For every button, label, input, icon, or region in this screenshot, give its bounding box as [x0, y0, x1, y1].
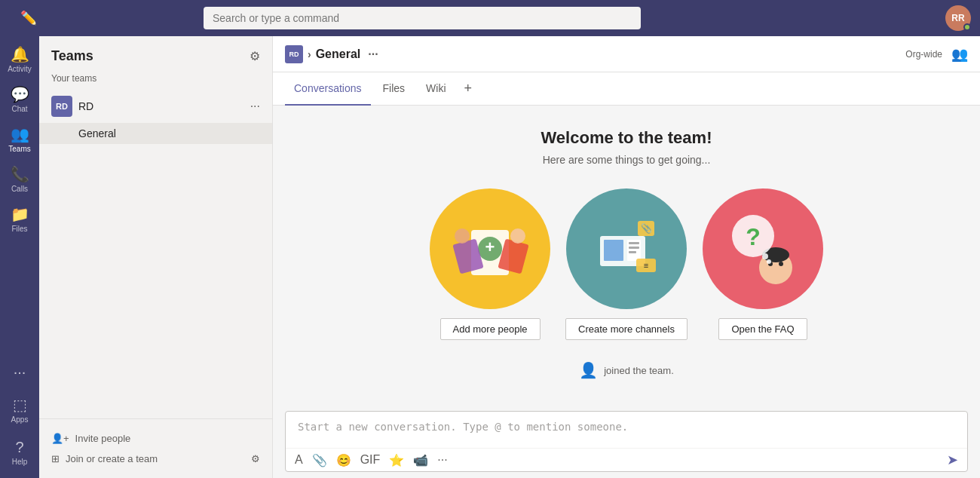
svg-text:+: +: [485, 237, 495, 256]
add-people-illustration: +: [430, 188, 550, 309]
activity-row: 👤 joined the team.: [567, 355, 686, 385]
search-bar[interactable]: [204, 7, 641, 29]
message-toolbar: A 📎 😊 GIF ⭐ 📹 ··· ➤: [286, 448, 967, 471]
open-faq-illustration: ?: [703, 188, 823, 309]
attach-icon[interactable]: 📎: [312, 453, 327, 467]
invite-people-item[interactable]: 👤+ Invite people: [51, 428, 260, 449]
message-input[interactable]: [286, 412, 967, 445]
svg-text:?: ?: [746, 223, 761, 250]
channel-item-general[interactable]: General: [39, 123, 272, 144]
join-create-team-item[interactable]: ⊞ Join or create a team ⚙: [51, 449, 260, 469]
tab-conversations[interactable]: Conversations: [285, 72, 371, 106]
left-nav-bottom: ··· ⬚ Apps ? Help: [0, 357, 39, 478]
sidebar-item-calls[interactable]: 📞 Calls: [0, 159, 39, 199]
topbar-right: RR: [945, 5, 971, 31]
svg-point-23: [762, 253, 768, 259]
svg-point-4: [455, 228, 470, 244]
breadcrumb-channel-name: General: [316, 47, 361, 61]
sidebar-item-activity[interactable]: 🔔 Activity: [0, 39, 39, 79]
sidebar-item-apps[interactable]: ⬚ Apps: [0, 390, 39, 430]
emoji-icon[interactable]: 😊: [336, 453, 351, 467]
sidebar-item-more[interactable]: ···: [0, 357, 39, 387]
help-icon: ?: [15, 439, 23, 456]
main-content: RD › General ··· Org-wide 👥 Conversation…: [273, 36, 980, 478]
create-channels-illustration: 📎 ≡: [566, 188, 687, 309]
svg-text:📎: 📎: [641, 222, 652, 234]
avatar[interactable]: RR: [945, 5, 971, 31]
left-nav: 🔔 Activity 💬 Chat 👥 Teams 📞 Calls 📁 File…: [0, 36, 39, 478]
sidebar: Teams ⚙ Your teams RD RD ··· General 👤+ …: [39, 36, 273, 478]
channel-options-icon[interactable]: ···: [368, 47, 378, 61]
sidebar-header: Teams ⚙: [39, 36, 272, 70]
activity-icon: 🔔: [11, 45, 29, 63]
add-more-people-button[interactable]: Add more people: [440, 318, 541, 340]
open-faq-button[interactable]: Open the FAQ: [718, 318, 807, 340]
apps-icon: ⬚: [13, 396, 27, 414]
compose-icon[interactable]: ✏️: [20, 10, 37, 26]
svg-point-24: [767, 259, 771, 264]
tab-wiki[interactable]: Wiki: [417, 72, 455, 106]
search-input[interactable]: [204, 7, 641, 29]
more-icon: ···: [14, 363, 26, 381]
card-create-channels: 📎 ≡ Create more channels: [565, 188, 688, 340]
create-more-channels-button[interactable]: Create more channels: [565, 318, 688, 340]
sidebar-bottom: 👤+ Invite people ⊞ Join or create a team…: [39, 418, 272, 478]
invite-people-icon: 👤+: [51, 433, 69, 444]
settings-icon[interactable]: ⚙: [251, 453, 260, 464]
teams-icon: 👥: [11, 125, 29, 143]
giphy-icon[interactable]: GIF: [360, 453, 381, 467]
breadcrumb-chevron-icon: ›: [308, 48, 311, 60]
team-item-rd[interactable]: RD RD ···: [39, 90, 272, 123]
svg-rect-10: [629, 242, 639, 244]
joined-team-text: joined the team.: [604, 365, 674, 376]
your-teams-label: Your teams: [39, 70, 272, 90]
team-name-rd: RD: [78, 100, 244, 112]
send-button[interactable]: ➤: [947, 452, 958, 468]
org-wide-label: Org-wide: [905, 49, 942, 60]
welcome-area: Welcome to the team! Here are some thing…: [273, 106, 980, 405]
more-options-icon[interactable]: ···: [437, 453, 447, 467]
svg-point-20: [779, 262, 783, 266]
chat-icon: 💬: [11, 85, 29, 103]
tab-files[interactable]: Files: [374, 72, 415, 106]
sidebar-item-teams[interactable]: 👥 Teams: [0, 119, 39, 159]
joined-team-icon: 👤: [579, 361, 598, 379]
sidebar-item-files[interactable]: 📁 Files: [0, 199, 39, 239]
breadcrumb-team-avatar: RD: [285, 45, 303, 63]
meet-icon[interactable]: 📹: [413, 453, 428, 467]
join-create-icon: ⊞: [51, 453, 60, 464]
svg-rect-11: [629, 247, 639, 249]
calls-icon: 📞: [11, 165, 29, 183]
svg-rect-8: [604, 240, 623, 261]
topbar: ✏️ RR: [0, 0, 980, 36]
welcome-title: Welcome to the team!: [541, 128, 712, 148]
format-icon[interactable]: A: [295, 453, 303, 467]
card-add-people: + Add more people: [430, 188, 550, 340]
svg-rect-12: [629, 251, 636, 253]
praise-icon[interactable]: ⭐: [389, 453, 404, 467]
main-area: 🔔 Activity 💬 Chat 👥 Teams 📞 Calls 📁 File…: [0, 36, 980, 478]
sidebar-item-chat[interactable]: 💬 Chat: [0, 79, 39, 119]
card-open-faq: ? Open the FAQ: [703, 188, 823, 340]
filter-icon[interactable]: ⚙: [250, 49, 260, 63]
svg-text:≡: ≡: [644, 261, 648, 270]
channel-breadcrumb: RD › General ···: [285, 45, 905, 63]
welcome-subtitle: Here are some things to get going...: [543, 154, 711, 166]
sidebar-item-help[interactable]: ? Help: [0, 433, 39, 472]
cards-row: + Add more people: [430, 188, 823, 340]
topbar-left: ✏️: [9, 10, 48, 26]
svg-point-6: [510, 228, 525, 244]
people-icon[interactable]: 👥: [951, 46, 968, 63]
team-avatar-rd: RD: [51, 96, 72, 117]
add-tab-button[interactable]: +: [458, 81, 479, 97]
sidebar-title: Teams: [51, 48, 93, 64]
files-icon: 📁: [11, 205, 29, 223]
tabs-bar: Conversations Files Wiki +: [273, 72, 980, 106]
message-input-area: A 📎 😊 GIF ⭐ 📹 ··· ➤: [285, 411, 968, 472]
team-more-icon[interactable]: ···: [250, 100, 260, 113]
content-header: RD › General ··· Org-wide 👥: [273, 36, 980, 72]
status-dot: [963, 23, 971, 31]
